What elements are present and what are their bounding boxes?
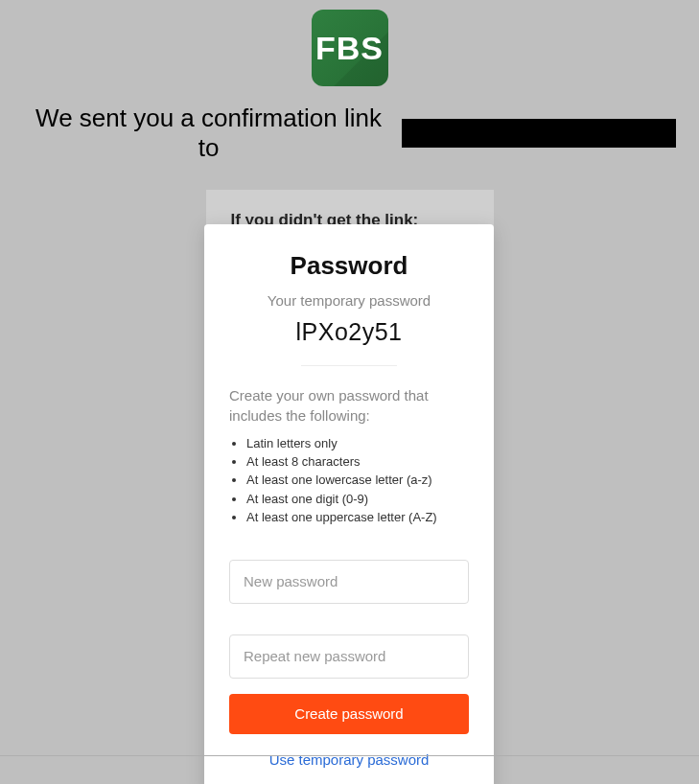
password-instructions: Create your own password that includes t… [229,385,469,426]
modal-subtitle: Your temporary password [229,292,469,309]
requirement-item: At least 8 characters [246,453,469,471]
repeat-password-input[interactable] [229,634,469,679]
requirement-item: At least one lowercase letter (a-z) [246,472,469,489]
temporary-password-value: lPXo2y51 [229,318,469,346]
fbs-logo: FBS [312,10,388,86]
requirement-item: At least one uppercase letter (A-Z) [246,509,469,526]
redacted-email [402,119,676,148]
requirement-item: At least one digit (0-9) [246,491,469,508]
footer-divider [0,755,699,756]
new-password-input[interactable] [229,560,469,604]
fbs-logo-text: FBS [315,30,384,67]
confirmation-headline-text: We sent you a confirmation link to [23,104,394,163]
create-password-button[interactable]: Create password [229,694,469,734]
password-requirements-list: Latin letters only At least 8 characters… [229,435,469,526]
requirement-item: Latin letters only [246,435,469,452]
confirmation-headline: We sent you a confirmation link to [0,104,699,163]
use-temporary-password-link[interactable]: Use temporary password [229,751,469,768]
password-modal: Password Your temporary password lPXo2y5… [204,224,494,784]
divider [301,365,397,366]
modal-title: Password [229,251,469,281]
